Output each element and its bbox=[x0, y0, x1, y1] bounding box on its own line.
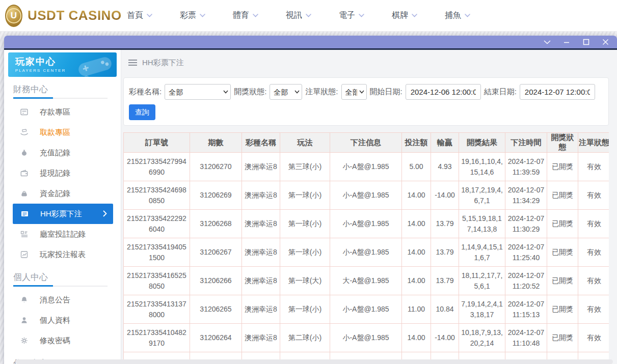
sidebar-item[interactable]: 修改密碼 bbox=[4, 330, 121, 351]
chevron-down-icon bbox=[412, 14, 417, 17]
money-bag-icon bbox=[19, 149, 29, 157]
nav-item-label: 體育 bbox=[233, 10, 249, 21]
table-cell: 已開獎 bbox=[547, 324, 578, 352]
person-icon bbox=[19, 316, 29, 324]
table-row: 215217335410482917031206264澳洲幸运8第二球(小)小-… bbox=[124, 324, 609, 352]
table-column-header: 開獎結果 bbox=[459, 133, 505, 153]
table-cell: 已開獎 bbox=[547, 210, 578, 238]
sidebar-item-label: 充值記錄 bbox=[40, 148, 70, 158]
table-row: 215217335416525805031206266澳洲幸运8第一球(大)大-… bbox=[124, 267, 609, 295]
nav-item[interactable]: 棋牌 bbox=[378, 0, 431, 32]
table-column-header: 訂單號 bbox=[124, 133, 190, 153]
filter-select[interactable]: 全部 bbox=[341, 84, 367, 100]
date-input[interactable] bbox=[406, 84, 481, 100]
sidebar-header: 玩家中心 PLAYERS CENTER bbox=[8, 52, 117, 77]
table-cell: 2024-12-07 11:30:29 bbox=[505, 210, 547, 238]
nav-item[interactable]: 首頁 bbox=[113, 0, 166, 32]
table-cell: 2152173354279946990 bbox=[124, 153, 190, 181]
nav-item[interactable]: 電子 bbox=[325, 0, 378, 32]
sidebar-item[interactable]: 資金記錄 bbox=[4, 183, 121, 204]
bets-table-card: 訂單號期數彩種名稱玩法下注信息投注額輸贏開獎結果下注時間開獎狀態注單狀態 215… bbox=[123, 132, 609, 364]
table-cell: 有效 bbox=[578, 324, 609, 352]
sidebar-item-label: 取款專區 bbox=[40, 128, 70, 137]
table-cell: 13.79 bbox=[431, 267, 459, 295]
table-column-header: 輸贏 bbox=[431, 133, 459, 153]
gear-icon bbox=[19, 337, 29, 345]
logo-coin-icon: U bbox=[5, 5, 22, 27]
table-cell: 2152173354222926040 bbox=[124, 210, 190, 238]
window-collapse-button[interactable] bbox=[544, 39, 551, 46]
table-cell: 第一球(大) bbox=[280, 267, 330, 295]
sidebar-item[interactable]: 玩家投注報表 bbox=[4, 244, 121, 265]
menu-toggle-icon[interactable] bbox=[128, 60, 137, 66]
nav-item[interactable]: 視訊 bbox=[272, 0, 325, 32]
table-cell: 13.79 bbox=[431, 210, 459, 238]
table-cell: 18,11,2,17,7,5,6,1 bbox=[459, 267, 505, 295]
table-cell: 第一球(小) bbox=[280, 238, 330, 267]
bell-icon bbox=[19, 296, 29, 304]
table-cell: 14.00 bbox=[402, 324, 431, 352]
sidebar-item[interactable]: 取款專區 bbox=[4, 122, 121, 143]
table-cell: 2024-12-07 11:34:29 bbox=[505, 181, 547, 210]
sidebar-item[interactable]: 充值記錄 bbox=[4, 143, 121, 163]
date-input[interactable] bbox=[520, 84, 595, 100]
table-cell: 小-A盤@1.985 bbox=[330, 181, 402, 210]
table-cell: 已開獎 bbox=[547, 295, 578, 324]
window-close-button[interactable] bbox=[602, 39, 609, 46]
sidebar-item[interactable]: 廳室投註記錄 bbox=[4, 224, 121, 244]
table-cell: 2024-12-07 11:15:13 bbox=[505, 295, 547, 324]
sidebar-item[interactable]: HH彩票下注 bbox=[13, 204, 113, 224]
filter-label: 結束日期: bbox=[484, 87, 517, 97]
window-minimize-button[interactable] bbox=[563, 39, 570, 46]
table-cell: 第一球(小) bbox=[280, 295, 330, 324]
table-cell: 2024-12-07 11:20:52 bbox=[505, 267, 547, 295]
sidebar-item[interactable]: 存款專區 bbox=[4, 102, 121, 122]
sidebar-item[interactable]: 消息公告 bbox=[4, 290, 121, 310]
table-cell: 13.79 bbox=[431, 238, 459, 267]
close-icon bbox=[602, 39, 609, 45]
chevron-down-icon bbox=[544, 40, 551, 44]
table-row: 215217335419405150031206267澳洲幸运8第一球(小)小-… bbox=[124, 238, 609, 267]
table-cell: 5.00 bbox=[402, 153, 431, 181]
nav-item-label: 棋牌 bbox=[392, 10, 408, 21]
table-cell: 14.00 bbox=[402, 181, 431, 210]
window-maximize-button[interactable] bbox=[582, 39, 589, 46]
table-cell: 澳洲幸运8 bbox=[242, 295, 280, 324]
sidebar-menu: 財務中心存款專區取款專區充值記錄提現記錄資金記錄HH彩票下注廳室投註記錄玩家投注… bbox=[4, 77, 121, 364]
table-cell: 2024-12-07 11:10:48 bbox=[505, 324, 547, 352]
nav-item[interactable]: 捕魚 bbox=[431, 0, 484, 32]
table-cell: 4.93 bbox=[431, 153, 459, 181]
table-cell: 31206267 bbox=[190, 238, 242, 267]
filter-row: 彩種名稱:全部開獎狀態:全部注單狀態:全部開始日期:結束日期: bbox=[129, 84, 602, 100]
horizontal-scrollbar[interactable] bbox=[15, 359, 613, 364]
chevron-down-icon bbox=[147, 14, 152, 17]
filter-select[interactable]: 全部 bbox=[270, 84, 302, 100]
deposit-machine-icon bbox=[19, 108, 29, 116]
table-cell: 有效 bbox=[578, 181, 609, 210]
maximize-icon bbox=[583, 39, 589, 45]
sidebar-item-label: 個人資料 bbox=[40, 316, 70, 325]
table-cell: 19,16,1,10,4,15,14,6 bbox=[459, 153, 505, 181]
nav-item[interactable]: 體育 bbox=[219, 0, 272, 32]
filter-select[interactable]: 全部 bbox=[165, 84, 231, 100]
main-content: HH彩票下注 彩種名稱:全部開獎狀態:全部注單狀態:全部開始日期:結束日期: 查… bbox=[121, 50, 617, 364]
table-cell: 10.84 bbox=[431, 295, 459, 324]
wallet-icon bbox=[19, 169, 29, 177]
sidebar-item[interactable]: 提現記錄 bbox=[4, 163, 121, 183]
table-row: 215217335427994699031206270澳洲幸运8第三球(小)小-… bbox=[124, 153, 609, 181]
table-cell: 小-A盤@1.985 bbox=[330, 153, 402, 181]
sidebar-section-label: 個人中心 bbox=[4, 265, 121, 290]
sidebar-item-label: 廳室投註記錄 bbox=[40, 230, 86, 239]
search-button[interactable]: 查詢 bbox=[129, 104, 155, 120]
sidebar-item[interactable]: 個人資料 bbox=[4, 310, 121, 330]
table-cell: 2152173354165258050 bbox=[124, 267, 190, 295]
table-cell: 澳洲幸运8 bbox=[242, 324, 280, 352]
table-cell: 有效 bbox=[578, 295, 609, 324]
players-center-window: 玩家中心 PLAYERS CENTER 財務中心存款專區取款專區充值記錄提現記錄… bbox=[4, 36, 617, 364]
main-nav: 首頁彩票體育視訊電子棋牌捕魚 bbox=[113, 0, 484, 32]
nav-item[interactable]: 彩票 bbox=[166, 0, 219, 32]
table-row: 215217335422292604031206268澳洲幸运8第一球(小)小-… bbox=[124, 210, 609, 238]
table-cell: 澳洲幸运8 bbox=[242, 153, 280, 181]
nav-item-label: 視訊 bbox=[286, 10, 302, 21]
table-cell: 2152173354246980850 bbox=[124, 181, 190, 210]
